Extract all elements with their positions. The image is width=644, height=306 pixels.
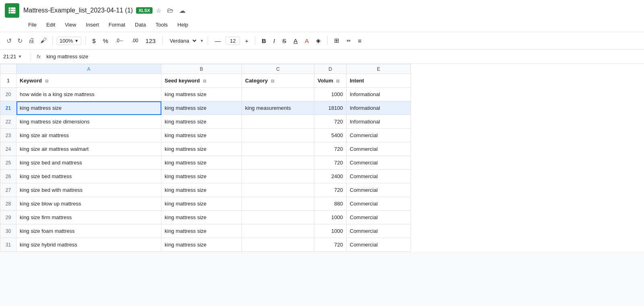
col-header-a[interactable]: A [17, 64, 161, 74]
volume-cell-30[interactable]: 1000 [314, 224, 347, 238]
category-cell-29[interactable] [242, 211, 314, 224]
align-icon[interactable]: ≡ [355, 37, 364, 45]
font-size-increase-btn[interactable]: + [242, 37, 251, 45]
seed-cell-27[interactable]: king mattress size [161, 183, 242, 197]
category-filter-icon[interactable]: ⊟ [271, 79, 274, 83]
menu-help[interactable]: Help [173, 20, 192, 29]
borders-icon[interactable]: ⊞ [332, 36, 342, 45]
volume-cell-31[interactable]: 720 [314, 238, 347, 252]
keyword-cell-24[interactable]: king size air mattress walmart [17, 142, 161, 156]
category-cell-23[interactable] [242, 129, 314, 142]
volume-cell-23[interactable]: 5400 [314, 129, 347, 142]
star-icon[interactable]: ☆ [156, 7, 161, 14]
seed-cell-22[interactable]: king mattress size [161, 115, 242, 129]
zoom-dropdown-icon[interactable]: ▼ [74, 39, 78, 43]
font-size-box[interactable]: 12 [225, 37, 240, 45]
keyword-cell-30[interactable]: king size foam mattress [17, 224, 161, 238]
folder-icon[interactable]: 🗁 [167, 7, 173, 14]
seed-cell-28[interactable]: king mattress size [161, 197, 242, 211]
underline-btn[interactable]: A [291, 37, 300, 45]
keyword-filter-icon[interactable]: ⊟ [45, 79, 48, 83]
keyword-cell-27[interactable]: king size bed with mattress [17, 183, 161, 197]
intent-cell-28[interactable]: Commercial [347, 197, 411, 211]
seed-cell-20[interactable]: king mattress size [161, 88, 242, 101]
volume-cell-26[interactable]: 2400 [314, 170, 347, 183]
menu-insert[interactable]: Insert [82, 20, 103, 29]
seed-cell-21[interactable]: king mattress size [161, 101, 242, 115]
volume-cell-22[interactable]: 720 [314, 115, 347, 129]
cloud-icon[interactable]: ☁ [179, 7, 186, 14]
volume-cell-29[interactable]: 1000 [314, 211, 347, 224]
category-cell-26[interactable] [242, 170, 314, 183]
keyword-cell-22[interactable]: king mattress size dimensions [17, 115, 161, 129]
intent-cell-22[interactable]: Informational [347, 115, 411, 129]
col-header-c[interactable]: C [242, 64, 314, 74]
cell-ref[interactable]: 21:21 ▼ [3, 53, 27, 60]
font-dropdown-icon[interactable]: ▼ [200, 39, 204, 43]
seed-filter-icon[interactable]: ⊟ [203, 79, 206, 83]
redo-icon[interactable]: ↻ [16, 35, 24, 46]
keyword-cell-28[interactable]: king size blow up mattress [17, 197, 161, 211]
volume-cell-20[interactable]: 1000 [314, 88, 347, 101]
intent-cell-25[interactable]: Commercial [347, 156, 411, 170]
keyword-cell-21[interactable]: king mattress size [17, 101, 161, 115]
font-size-decrease-btn[interactable]: — [212, 37, 223, 45]
volume-cell-24[interactable]: 720 [314, 142, 347, 156]
keyword-cell-26[interactable]: king size bed mattress [17, 170, 161, 183]
volume-cell-28[interactable]: 880 [314, 197, 347, 211]
menu-view[interactable]: View [61, 20, 80, 29]
col-header-e[interactable]: E [347, 64, 411, 74]
decimal-decrease-btn[interactable]: .0← [113, 37, 127, 44]
print-icon[interactable]: 🖨 [27, 35, 36, 46]
intent-cell-29[interactable]: Commercial [347, 211, 411, 224]
seed-cell-30[interactable]: king mattress size [161, 224, 242, 238]
category-cell-22[interactable] [242, 115, 314, 129]
seed-cell-31[interactable]: king mattress size [161, 238, 242, 252]
strikethrough-btn[interactable]: S [280, 37, 289, 45]
intent-cell-20[interactable]: Informational [347, 88, 411, 101]
menu-data[interactable]: Data [131, 20, 150, 29]
bold-btn[interactable]: B [259, 37, 268, 45]
intent-cell-30[interactable]: Commercial [347, 224, 411, 238]
formula-content[interactable]: king mattress size [46, 53, 641, 60]
col-header-d[interactable]: D [314, 64, 347, 74]
intent-cell-27[interactable]: Commercial [347, 183, 411, 197]
category-cell-20[interactable] [242, 88, 314, 101]
keyword-cell-31[interactable]: king size hybrid mattress [17, 238, 161, 252]
volume-cell-25[interactable]: 720 [314, 156, 347, 170]
menu-file[interactable]: File [24, 20, 41, 29]
keyword-cell-25[interactable]: king size bed and mattress [17, 156, 161, 170]
intent-cell-26[interactable]: Commercial [347, 170, 411, 183]
volume-cell-21[interactable]: 18100 [314, 101, 347, 115]
seed-cell-24[interactable]: king mattress size [161, 142, 242, 156]
category-cell-27[interactable] [242, 183, 314, 197]
seed-cell-25[interactable]: king mattress size [161, 156, 242, 170]
volume-cell-27[interactable]: 720 [314, 183, 347, 197]
currency-btn[interactable]: $ [90, 37, 98, 45]
category-cell-24[interactable] [242, 142, 314, 156]
paint-format-icon[interactable]: 🖌 [39, 35, 48, 46]
category-cell-30[interactable] [242, 224, 314, 238]
seed-cell-23[interactable]: king mattress size [161, 129, 242, 142]
seed-cell-26[interactable]: king mattress size [161, 170, 242, 183]
menu-tools[interactable]: Tools [151, 20, 171, 29]
decimal-increase-btn[interactable]: .00 [129, 37, 141, 44]
zoom-control[interactable]: 100% ▼ [57, 37, 81, 45]
keyword-cell-29[interactable]: king size firm mattress [17, 211, 161, 224]
undo-icon[interactable]: ↺ [5, 35, 13, 46]
volume-filter-icon[interactable]: ⊟ [336, 79, 339, 83]
seed-cell-29[interactable]: king mattress size [161, 211, 242, 224]
percent-btn[interactable]: % [101, 37, 111, 45]
col-header-b[interactable]: B [161, 64, 242, 74]
keyword-cell-20[interactable]: how wide is a king size mattress [17, 88, 161, 101]
category-cell-31[interactable] [242, 238, 314, 252]
intent-cell-23[interactable]: Commercial [347, 129, 411, 142]
keyword-cell-23[interactable]: king size air mattress [17, 129, 161, 142]
italic-btn[interactable]: I [271, 37, 277, 45]
menu-edit[interactable]: Edit [42, 20, 59, 29]
intent-cell-31[interactable]: Commercial [347, 238, 411, 252]
format-number-btn[interactable]: 123 [143, 37, 158, 45]
highlight-color-icon[interactable]: ◈ [314, 36, 323, 45]
intent-cell-21[interactable]: Informational [347, 101, 411, 115]
category-cell-21[interactable]: king measurements [242, 101, 314, 115]
